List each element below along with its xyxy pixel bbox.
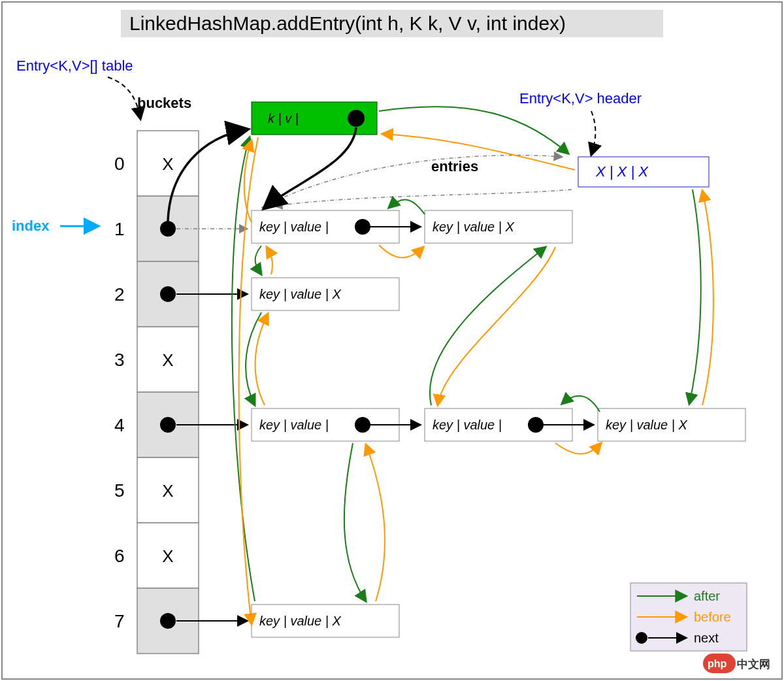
bucket-index-0: 0 (114, 154, 125, 174)
header-pointer-arrow (591, 111, 595, 155)
before-header-new (382, 134, 575, 170)
before-1b-4b (438, 247, 555, 405)
entry-1a-dot (355, 219, 370, 235)
before-4b-4c (555, 443, 601, 454)
legend-next-dot (636, 632, 647, 644)
header-type-label: Entry<K,V> header (519, 90, 642, 107)
next-new-1a (265, 127, 356, 208)
after-1a-2a (255, 246, 261, 274)
bucket-index-5: 5 (114, 480, 125, 501)
bucket-dot-7 (160, 613, 176, 629)
before-4c-header (702, 191, 713, 405)
entry-4c-text: key | value | X (606, 418, 688, 432)
index-label: index (12, 218, 50, 234)
buckets-label: buckets (137, 95, 191, 111)
bucket-index-3: 3 (114, 350, 125, 370)
before-7a-4a (366, 444, 385, 601)
legend-next-text: next (694, 631, 719, 645)
bucket-dot-4 (160, 417, 176, 433)
after-header-4c (689, 190, 701, 404)
entry-2a-text: key | value | X (259, 287, 342, 301)
gray-old-before (274, 190, 572, 206)
new-entry-next-dot (348, 110, 365, 127)
legend-after-text: after (694, 589, 720, 603)
bucket-index-1: 1 (114, 219, 125, 239)
header-entry-text: X | X | X (595, 163, 649, 180)
before-4a-2a (255, 314, 268, 405)
bucket-index-2: 2 (114, 284, 125, 305)
entry-1b-text: key | value | X (433, 220, 515, 234)
diagram-svg: LinkedHashMap.addEntry(int h, K k, V v, … (0, 0, 784, 681)
before-2a-1a (267, 247, 272, 274)
legend-before-text: before (694, 610, 731, 624)
diagram-title: LinkedHashMap.addEntry(int h, K k, V v, … (129, 12, 566, 34)
entry-4a-dot (355, 417, 370, 433)
entries-label: entries (431, 158, 478, 174)
diagram-border (2, 2, 782, 679)
bucket-index-4: 4 (114, 415, 125, 435)
after-4a-7a (344, 443, 366, 601)
entry-4b-text: key | value | (433, 418, 502, 432)
bucket-index-7: 7 (114, 611, 125, 631)
table-type-label: Entry<K,V>[] table (16, 58, 133, 74)
bucket-dot-1 (160, 221, 176, 237)
bucket-index-6: 6 (114, 546, 125, 566)
entry-4a-text: key | value | (259, 418, 329, 432)
watermark: php php中文网 中文网 (703, 654, 770, 673)
bucket-content-3: X (162, 350, 173, 370)
before-1a-1b (379, 245, 423, 257)
entry-4b-dot (528, 417, 544, 433)
table-pointer-arrow (108, 77, 140, 119)
bucket-content-0: X (162, 154, 173, 174)
svg-text:中文网: 中文网 (737, 658, 770, 671)
bucket-dot-2 (160, 286, 176, 302)
new-entry-text: k | v | (268, 111, 299, 125)
svg-text:php: php (708, 658, 727, 669)
bucket-content-6: X (162, 546, 173, 566)
bucket-content-5: X (162, 481, 173, 501)
entry-7a-text: key | value | X (259, 614, 342, 628)
bucket-column: 0 X 1 2 3 X 4 5 X 6 X 7 (114, 131, 199, 654)
entry-1a-text: key | value | (259, 220, 329, 234)
